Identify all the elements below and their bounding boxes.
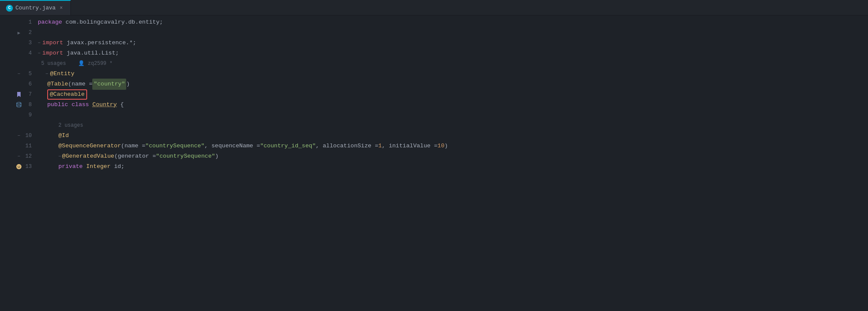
cacheable-box: @Cacheable xyxy=(47,89,87,100)
code-area: 1 ▶ 2 3 4 xyxy=(0,15,868,311)
gutter-row-2: ▶ 2 xyxy=(0,27,34,38)
annotation-cacheable: @Cacheable xyxy=(50,90,85,99)
code-text: , sequenceName = xyxy=(204,141,260,151)
keyword-import-1: import xyxy=(42,38,64,48)
gutter-icon-4 xyxy=(15,50,22,57)
file-tab[interactable]: C Country.java × xyxy=(0,0,71,15)
string-seqname2: "country_id_seq" xyxy=(260,141,316,151)
gutter-icon-5: − xyxy=(15,70,22,77)
fold-minus-icon-10[interactable]: − xyxy=(18,133,21,138)
svg-point-6 xyxy=(18,166,18,167)
gutter-icon-1 xyxy=(15,19,22,26)
gutter-icon-6 xyxy=(15,81,22,88)
fold-dash-icon-3[interactable]: − xyxy=(46,69,49,79)
gutter-row-7: 7 xyxy=(0,89,34,100)
gutter-row-meta1 xyxy=(0,58,34,69)
gutter-row-12: − 12 xyxy=(0,151,34,162)
keyword-private: private xyxy=(58,162,83,172)
gutter-row-5: − 5 xyxy=(0,69,34,79)
gutter-icon-11 xyxy=(15,143,22,149)
line-gutter: 1 ▶ 2 3 4 xyxy=(0,15,34,311)
code-line-5: − @Entity xyxy=(38,69,868,79)
gutter-row-10: − 10 xyxy=(0,131,34,141)
gutter-row-13: 13 xyxy=(0,162,34,172)
code-line-1: package com.bolingcavalry.db.entity; xyxy=(38,17,868,27)
fold-minus-icon[interactable]: − xyxy=(18,71,21,76)
code-text: ) xyxy=(126,79,130,89)
code-text: (generator = xyxy=(114,151,156,162)
editor-container: C Country.java × 1 ▶ 2 3 xyxy=(0,0,868,311)
code-line-3: − import javax.persistence.*; xyxy=(38,38,868,48)
tab-bar: C Country.java × xyxy=(0,0,868,15)
string-country: "country" xyxy=(92,79,126,90)
code-line-6: @Table (name = "country" ) xyxy=(38,79,868,89)
num-initval: 10 xyxy=(437,141,444,151)
gutter-row-meta2 xyxy=(0,120,34,131)
tab-close-button[interactable]: × xyxy=(58,5,64,11)
usages-label-2: 2 usages xyxy=(38,120,83,131)
fold-arrow-icon[interactable]: ▶ xyxy=(18,30,21,36)
gutter-row-6: 6 xyxy=(0,79,34,89)
database-icon xyxy=(16,102,22,108)
code-text: com.bolingcavalry.db.entity; xyxy=(62,17,163,27)
code-text: (name = xyxy=(68,79,93,89)
gutter-icon-13 xyxy=(15,163,22,170)
code-text: ) xyxy=(215,151,219,162)
code-text xyxy=(68,100,72,110)
code-line-9 xyxy=(38,110,868,120)
code-line-7: @Cacheable xyxy=(38,89,868,100)
code-text: (name = xyxy=(121,141,146,151)
gutter-row-8: 8 xyxy=(0,100,34,110)
warning-icon xyxy=(16,164,22,170)
type-integer: Integer xyxy=(86,162,111,172)
gutter-icon-9 xyxy=(15,112,22,119)
keyword-import-2: import xyxy=(42,48,64,58)
annotation-table: @Table xyxy=(47,79,68,89)
code-text: { xyxy=(117,100,124,110)
svg-point-5 xyxy=(16,164,21,169)
annotation-genval: @GeneratedValue xyxy=(62,151,115,162)
gutter-row-1: 1 xyxy=(0,17,34,27)
fold-dash-12[interactable]: − xyxy=(58,151,61,162)
code-text: ) xyxy=(444,141,448,151)
code-line-8: public class Country { xyxy=(38,100,868,110)
code-line-12: − @GeneratedValue (generator = "countryS… xyxy=(38,151,868,162)
gutter-icon-10: − xyxy=(15,132,22,139)
svg-point-0 xyxy=(17,102,21,104)
bookmark-icon xyxy=(16,91,21,98)
code-text xyxy=(89,100,92,110)
svg-point-7 xyxy=(19,166,20,167)
gutter-icon-12: − xyxy=(15,153,22,160)
gutter-icon-8 xyxy=(15,101,22,108)
annotation-entity: @Entity xyxy=(50,69,75,79)
code-content: package com.bolingcavalry.db.entity; − i… xyxy=(34,15,868,311)
gutter-icon-3 xyxy=(15,40,22,46)
meta-usages-row: 5 usages 👤 zq2599 * xyxy=(38,58,868,69)
usages-label: 5 usages 👤 zq2599 * xyxy=(38,58,112,69)
meta-usages-row-2: 2 usages xyxy=(38,120,868,131)
num-alloc: 1 xyxy=(378,141,382,151)
fold-minus-icon-12[interactable]: − xyxy=(18,154,21,159)
gutter-row-9: 9 xyxy=(0,110,34,120)
fold-dash-icon[interactable]: − xyxy=(38,38,41,48)
tab-file-icon: C xyxy=(6,5,13,12)
string-genval: "countrySequence" xyxy=(156,151,215,162)
gutter-row-4: 4 xyxy=(0,48,34,58)
keyword-class: class xyxy=(72,100,89,110)
code-text: , allocationSize = xyxy=(316,141,379,151)
string-seqname: "countrySequence" xyxy=(146,141,205,151)
code-text: java.util.List; xyxy=(63,48,119,58)
classname-country: Country xyxy=(92,100,117,110)
annotation-id: @Id xyxy=(58,131,69,141)
code-line-13: private Integer id; xyxy=(38,162,868,172)
svg-point-4 xyxy=(17,105,21,107)
keyword-public: public xyxy=(47,100,68,110)
gutter-row-11: 11 xyxy=(0,141,34,151)
fold-dash-icon-2[interactable]: − xyxy=(38,48,41,58)
code-text: javax.persistence.*; xyxy=(63,38,136,48)
gutter-icon-7 xyxy=(15,91,22,98)
code-text: id; xyxy=(111,162,124,172)
tab-filename: Country.java xyxy=(15,5,56,11)
code-text xyxy=(83,162,86,172)
annotation-seqgen: @SequenceGenerator xyxy=(58,141,121,151)
